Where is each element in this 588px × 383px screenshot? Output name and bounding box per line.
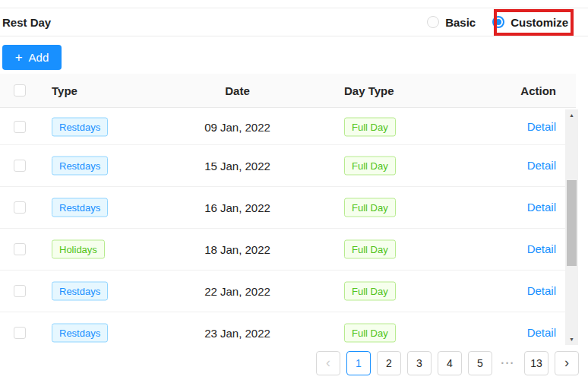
row-checkbox[interactable] bbox=[14, 160, 26, 172]
type-badge: Holidays bbox=[52, 240, 105, 259]
day-type-badge: Full Day bbox=[344, 117, 396, 136]
chevron-right-icon: › bbox=[564, 356, 569, 369]
table-row: Restdays 09 Jan, 2022 Full Day Detail bbox=[0, 109, 565, 145]
scroll-up-button[interactable]: ▲ bbox=[565, 109, 578, 121]
table-row: Restdays 16 Jan, 2022 Full Day Detail bbox=[0, 187, 565, 229]
select-all-checkbox[interactable] bbox=[14, 84, 26, 97]
date-cell: 09 Jan, 2022 bbox=[175, 120, 300, 133]
day-type-badge: Full Day bbox=[344, 157, 396, 176]
column-header-day-type: Day Type bbox=[344, 84, 394, 97]
detail-link[interactable]: Detail bbox=[527, 326, 556, 339]
type-badge: Restdays bbox=[52, 324, 108, 343]
row-checkbox[interactable] bbox=[14, 327, 26, 339]
row-checkbox[interactable] bbox=[14, 243, 26, 255]
detail-link[interactable]: Detail bbox=[527, 242, 556, 255]
type-badge: Restdays bbox=[52, 198, 108, 217]
row-checkbox[interactable] bbox=[14, 285, 26, 297]
table-row: Restdays 15 Jan, 2022 Full Day Detail bbox=[0, 145, 565, 187]
radio-label-customize: Customize bbox=[511, 16, 568, 29]
add-button-label: Add bbox=[29, 51, 49, 64]
scrollbar-thumb[interactable] bbox=[567, 180, 577, 266]
type-badge: Restdays bbox=[52, 282, 108, 301]
table-row: Holidays 18 Jan, 2022 Full Day Detail bbox=[0, 229, 565, 271]
detail-link[interactable]: Detail bbox=[527, 284, 556, 297]
table-body: Restdays 09 Jan, 2022 Full Day Detail Re… bbox=[0, 109, 565, 346]
detail-link[interactable]: Detail bbox=[527, 201, 556, 214]
column-header-type: Type bbox=[52, 84, 77, 97]
date-cell: 22 Jan, 2022 bbox=[175, 285, 300, 298]
radio-option-basic[interactable]: Basic bbox=[427, 16, 476, 29]
radio-label-basic: Basic bbox=[445, 16, 476, 29]
mode-radio-group: Basic Customize bbox=[427, 16, 568, 29]
date-cell: 16 Jan, 2022 bbox=[175, 201, 300, 214]
row-checkbox[interactable] bbox=[14, 121, 26, 133]
column-header-action: Action bbox=[465, 84, 556, 97]
pagination-page-1[interactable]: 1 bbox=[346, 351, 371, 375]
table-row: Restdays 22 Jan, 2022 Full Day Detail bbox=[0, 271, 565, 312]
page-title: Rest Day bbox=[2, 16, 51, 29]
column-header-date: Date bbox=[175, 84, 300, 97]
pagination-page-3[interactable]: 3 bbox=[407, 351, 432, 375]
pagination-next-button[interactable]: › bbox=[555, 351, 579, 375]
day-type-badge: Full Day bbox=[344, 198, 396, 217]
pagination-ellipsis-icon[interactable]: ••• bbox=[498, 359, 518, 367]
day-type-badge: Full Day bbox=[344, 324, 396, 343]
table-scrollbar[interactable]: ▲ ▼ bbox=[565, 109, 578, 345]
pagination-page-13[interactable]: 13 bbox=[524, 351, 548, 375]
day-type-badge: Full Day bbox=[344, 240, 396, 259]
detail-link[interactable]: Detail bbox=[527, 159, 556, 172]
type-badge: Restdays bbox=[52, 157, 108, 176]
pagination-page-4[interactable]: 4 bbox=[438, 351, 462, 375]
triangle-down-icon: ▼ bbox=[569, 337, 574, 342]
date-cell: 23 Jan, 2022 bbox=[175, 327, 300, 340]
row-checkbox[interactable] bbox=[14, 201, 26, 214]
radio-circle-selected-icon[interactable] bbox=[492, 16, 504, 28]
radio-option-customize[interactable]: Customize bbox=[492, 16, 568, 29]
date-cell: 15 Jan, 2022 bbox=[175, 160, 300, 173]
date-cell: 18 Jan, 2022 bbox=[175, 243, 300, 256]
type-badge: Restdays bbox=[52, 117, 108, 136]
add-button[interactable]: + Add bbox=[2, 45, 62, 70]
pagination-page-2[interactable]: 2 bbox=[377, 351, 401, 375]
radio-circle-icon[interactable] bbox=[427, 16, 439, 28]
day-type-badge: Full Day bbox=[344, 282, 396, 301]
triangle-up-icon: ▲ bbox=[569, 112, 574, 118]
scroll-down-button[interactable]: ▼ bbox=[565, 334, 578, 345]
pagination: ‹ 1 2 3 4 5 ••• 13 › bbox=[0, 351, 579, 375]
table-row: Restdays 23 Jan, 2022 Full Day Detail bbox=[0, 312, 565, 346]
page-header: Rest Day Basic Customize bbox=[0, 8, 588, 36]
chevron-left-icon: ‹ bbox=[326, 356, 330, 369]
detail-link[interactable]: Detail bbox=[527, 120, 556, 133]
table-header: Type Date Day Type Action bbox=[0, 74, 576, 108]
pagination-prev-button[interactable]: ‹ bbox=[316, 351, 340, 375]
pagination-page-5[interactable]: 5 bbox=[468, 351, 492, 375]
plus-icon: + bbox=[15, 51, 23, 64]
rest-day-page: Rest Day Basic Customize + Add Type Date… bbox=[0, 0, 588, 383]
